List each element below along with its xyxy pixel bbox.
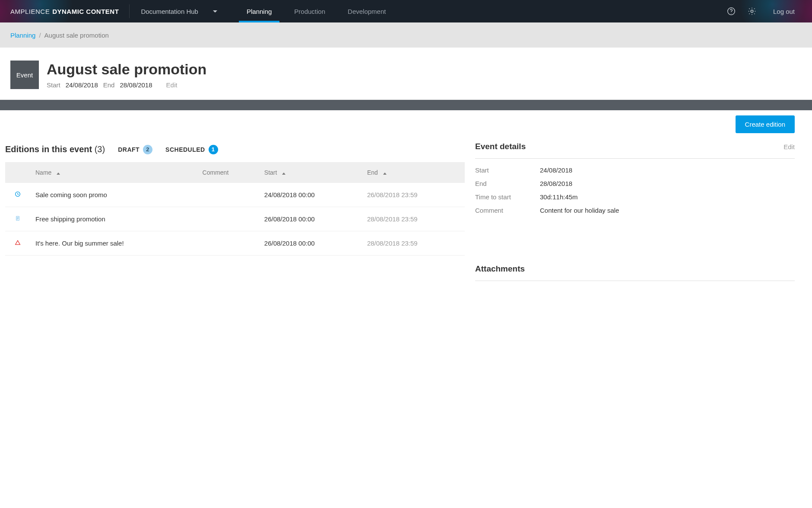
col-end[interactable]: End — [362, 162, 465, 183]
panel-title: Attachments — [475, 264, 525, 274]
editions-pane: Editions in this event (3) DRAFT 2 SCHED… — [5, 139, 465, 281]
detail-label: End — [475, 180, 540, 187]
row-start: 26/08/2018 00:00 — [259, 231, 362, 256]
panel-header: Attachments — [475, 262, 795, 281]
editions-table: Name Comment Start End — [5, 162, 465, 256]
breadcrumb-sep: / — [39, 32, 41, 39]
tab-production[interactable]: Production — [283, 0, 336, 22]
breadcrumb-current: August sale promotion — [44, 32, 109, 39]
warning-triangle-icon — [14, 240, 21, 247]
brand-bold: DYNAMIC CONTENT — [52, 8, 119, 15]
detail-value: 30d:11h:45m — [540, 193, 795, 201]
brand-light: AMPLIENCE — [10, 8, 50, 15]
create-edition-button[interactable]: Create edition — [736, 115, 795, 133]
brand-logo[interactable]: AMPLIENCE DYNAMIC CONTENT — [0, 0, 129, 22]
event-header: Event August sale promotion Start 24/08/… — [0, 48, 812, 100]
start-label: Start — [47, 81, 60, 89]
divider — [129, 4, 130, 18]
detail-label: Time to start — [475, 193, 540, 201]
details-pane: Event details Edit Start 24/08/2018 End … — [475, 139, 795, 281]
attachments-panel: Attachments — [475, 262, 795, 281]
row-comment — [197, 183, 259, 207]
detail-label: Comment — [475, 207, 540, 214]
gear-icon[interactable] — [747, 6, 757, 16]
filter-draft[interactable]: DRAFT 2 — [118, 145, 152, 154]
table-row[interactable]: Free shipping promotion 26/08/2018 00:00… — [5, 207, 465, 231]
col-name[interactable]: Name — [30, 162, 197, 183]
edit-details-link[interactable]: Edit — [783, 143, 795, 150]
tab-label: Planning — [247, 8, 272, 15]
clock-icon — [14, 192, 21, 199]
tab-label: Development — [348, 8, 386, 15]
svg-point-2 — [751, 10, 753, 13]
table-row[interactable]: Sale coming soon promo 24/08/2018 00:00 … — [5, 183, 465, 207]
nav-tabs: Planning Production Development — [235, 0, 397, 22]
col-label: End — [367, 169, 378, 176]
row-name: Sale coming soon promo — [30, 183, 197, 207]
sort-asc-icon — [57, 173, 60, 175]
help-icon[interactable] — [726, 6, 736, 16]
chip-count: 2 — [143, 145, 152, 154]
chip-label: SCHEDULED — [165, 146, 205, 153]
tab-planning[interactable]: Planning — [235, 0, 283, 22]
col-comment[interactable]: Comment — [197, 162, 259, 183]
row-name: It's here. Our big summer sale! — [30, 231, 197, 256]
detail-value: 24/08/2018 — [540, 166, 795, 174]
table-row[interactable]: It's here. Our big summer sale! 26/08/20… — [5, 231, 465, 256]
editions-title: Editions in this event (3) — [5, 144, 105, 154]
details-list: Start 24/08/2018 End 28/08/2018 Time to … — [475, 159, 795, 214]
tab-label: Production — [294, 8, 325, 15]
end-label: End — [103, 81, 115, 89]
chevron-down-icon — [213, 10, 217, 13]
row-comment — [197, 207, 259, 231]
sort-asc-icon — [383, 173, 387, 175]
col-label: Name — [35, 169, 51, 176]
tab-development[interactable]: Development — [336, 0, 397, 22]
document-icon — [14, 216, 21, 223]
status-icon-cell — [5, 231, 30, 256]
editions-header: Editions in this event (3) DRAFT 2 SCHED… — [5, 139, 465, 162]
edit-event-link[interactable]: Edit — [166, 81, 178, 89]
row-end: 26/08/2018 23:59 — [362, 183, 465, 207]
col-start[interactable]: Start — [259, 162, 362, 183]
status-icon-cell — [5, 183, 30, 207]
panel-title: Event details — [475, 142, 526, 151]
col-status — [5, 162, 30, 183]
row-comment — [197, 231, 259, 256]
hub-label: Documentation Hub — [141, 8, 198, 15]
svg-point-1 — [731, 13, 731, 13]
breadcrumb-bar: Planning / August sale promotion — [0, 22, 812, 48]
start-date: 24/08/2018 — [66, 81, 98, 89]
col-label: Start — [264, 169, 277, 176]
chip-count: 1 — [209, 145, 218, 154]
row-start: 26/08/2018 00:00 — [259, 207, 362, 231]
top-nav: AMPLIENCE DYNAMIC CONTENT Documentation … — [0, 0, 812, 22]
breadcrumb-root[interactable]: Planning — [10, 32, 35, 39]
event-dates: Start 24/08/2018 End 28/08/2018 Edit — [47, 81, 206, 89]
action-bar: Create edition — [0, 110, 812, 137]
sort-asc-icon — [282, 173, 285, 175]
hub-selector[interactable]: Documentation Hub — [133, 0, 228, 22]
chip-label: DRAFT — [118, 146, 140, 153]
end-date: 28/08/2018 — [120, 81, 152, 89]
logout-link[interactable]: Log out — [773, 8, 795, 15]
main-grid: Editions in this event (3) DRAFT 2 SCHED… — [0, 137, 812, 298]
status-icon-cell — [5, 207, 30, 231]
panel-header: Event details Edit — [475, 139, 795, 159]
filter-scheduled[interactable]: SCHEDULED 1 — [165, 145, 218, 154]
row-end: 28/08/2018 23:59 — [362, 207, 465, 231]
detail-value: 28/08/2018 — [540, 180, 795, 187]
nav-right: Log out — [726, 6, 812, 16]
section-divider — [0, 100, 812, 110]
row-end: 28/08/2018 23:59 — [362, 231, 465, 256]
detail-value: Content for our holiday sale — [540, 207, 795, 214]
event-details-panel: Event details Edit Start 24/08/2018 End … — [475, 139, 795, 214]
detail-label: Start — [475, 166, 540, 174]
row-start: 24/08/2018 00:00 — [259, 183, 362, 207]
editions-count: (3) — [95, 144, 105, 154]
event-badge: Event — [10, 61, 39, 89]
event-heading-block: August sale promotion Start 24/08/2018 E… — [47, 61, 206, 89]
col-label: Comment — [203, 169, 229, 176]
page-title: August sale promotion — [47, 61, 206, 78]
row-name: Free shipping promotion — [30, 207, 197, 231]
